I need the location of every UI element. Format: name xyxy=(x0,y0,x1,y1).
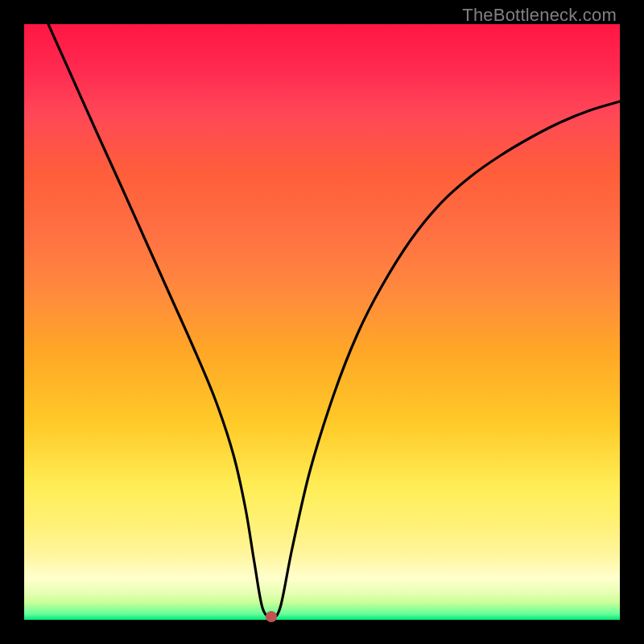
bottleneck-curve xyxy=(24,24,620,620)
optimal-point-marker xyxy=(266,611,277,622)
chart-frame: TheBottleneck.com xyxy=(0,0,644,644)
watermark-text: TheBottleneck.com xyxy=(462,5,617,26)
plot-area xyxy=(24,24,620,620)
